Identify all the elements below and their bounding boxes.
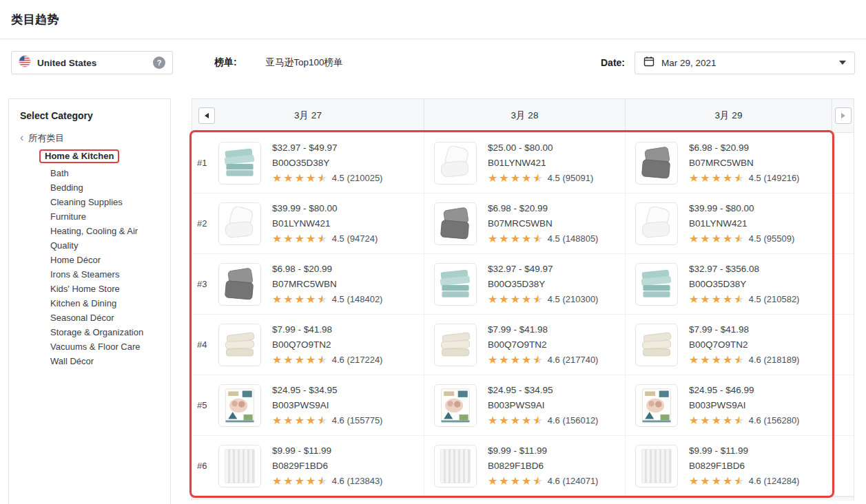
star-half-icon: ★★ <box>533 355 542 366</box>
sidebar-item[interactable]: Furniture <box>50 209 159 224</box>
right-arrow-icon <box>841 113 845 118</box>
star-half-icon: ★★ <box>533 294 542 305</box>
rating-text: 4.6 (156012) <box>548 415 599 426</box>
product-asin: B00O35D38Y <box>488 279 598 289</box>
product-image[interactable] <box>218 263 261 306</box>
star-full-icon: ★ <box>723 294 732 305</box>
star-full-icon: ★ <box>272 173 282 184</box>
sidebar-item[interactable]: Storage & Organization <box>50 325 159 339</box>
product-image[interactable] <box>434 445 477 487</box>
product-asin: B07MRC5WBN <box>488 218 598 229</box>
product-cell: $7.99 - $41.98 B00Q7O9TN2 ★★★★★★ 4.6 (21… <box>626 315 832 375</box>
rating-text: 4.5 (95091) <box>548 173 594 183</box>
star-half-icon: ★★ <box>533 415 542 426</box>
list-value: 亚马逊Top100榜单 <box>266 56 343 69</box>
star-full-icon: ★ <box>522 476 531 487</box>
table-row: #6 $9.99 - $11.99 B0829F1BD6 ★★★★★★ 4.6 … <box>192 436 854 496</box>
product-asin: B00Q7O9TN2 <box>689 339 799 350</box>
star-full-icon: ★ <box>306 294 316 305</box>
product-image[interactable] <box>635 384 678 427</box>
star-full-icon: ★ <box>522 173 531 184</box>
star-full-icon: ★ <box>499 355 508 366</box>
product-info: $6.98 - $20.99 B07MRC5WBN ★★★★★★ 4.5 (14… <box>272 264 382 305</box>
sidebar-item[interactable]: Bath <box>50 166 159 180</box>
sidebar-item[interactable]: Kids' Home Store <box>50 282 159 296</box>
sidebar-item[interactable]: Home Décor <box>50 253 159 267</box>
product-image[interactable] <box>635 142 678 185</box>
product-price: $25.00 - $80.00 <box>488 143 593 153</box>
product-asin: B003PWS9AI <box>689 400 799 410</box>
product-info: $25.00 - $80.00 B01LYNW421 ★★★★★★ 4.5 (9… <box>488 143 593 184</box>
product-cell: $25.00 - $80.00 B01LYNW421 ★★★★★★ 4.5 (9… <box>424 133 626 193</box>
star-full-icon: ★ <box>522 294 531 305</box>
country-label: United States <box>37 58 96 68</box>
star-full-icon: ★ <box>283 294 293 305</box>
rating-text: 4.5 (148402) <box>332 294 383 304</box>
sidebar-item[interactable]: Kitchen & Dining <box>50 296 159 311</box>
sidebar-item[interactable]: Cleaning Supplies <box>50 195 159 209</box>
product-image[interactable] <box>218 384 261 427</box>
product-info: $39.99 - $80.00 B01LYNW421 ★★★★★★ 4.5 (9… <box>689 203 794 244</box>
product-image[interactable] <box>434 142 477 185</box>
date-group: Date: Mar 29, 2021 <box>601 52 855 74</box>
star-half-icon: ★★ <box>317 355 327 366</box>
product-asin: B00O35D38Y <box>689 279 799 289</box>
product-info: $9.99 - $11.99 B0829F1BD6 ★★★★★★ 4.6 (12… <box>488 445 598 487</box>
question-icon[interactable]: ? <box>153 56 165 69</box>
title-bar: 类目趋势 <box>0 0 866 39</box>
sidebar-item[interactable]: Bedding <box>50 180 159 195</box>
product-price: $9.99 - $11.99 <box>488 445 598 456</box>
spacer-cell <box>832 193 854 253</box>
star-full-icon: ★ <box>283 355 293 366</box>
product-cell: $6.98 - $20.99 B07MRC5WBN ★★★★★★ 4.5 (14… <box>626 133 832 193</box>
product-image[interactable] <box>434 384 477 427</box>
product-image[interactable] <box>434 202 477 245</box>
product-image[interactable] <box>635 324 678 366</box>
product-image[interactable] <box>218 445 261 487</box>
product-image[interactable] <box>434 324 477 366</box>
product-price: $9.99 - $11.99 <box>689 445 799 456</box>
product-image[interactable] <box>218 202 261 245</box>
all-categories-back[interactable]: ‹ 所有类目 <box>20 132 159 145</box>
ranking-table-body: #1 $32.97 - $49.97 B00O35D38Y ★★★★★★ 4.5… <box>192 133 854 496</box>
next-day-button[interactable] <box>835 107 852 124</box>
star-half-icon: ★★ <box>734 476 743 487</box>
selected-category[interactable]: Home & Kitchen <box>39 149 119 163</box>
product-image[interactable] <box>218 142 261 185</box>
sidebar-item[interactable]: Seasonal Décor <box>50 311 159 325</box>
product-cell: $32.97 - $49.97 B00O35D38Y ★★★★★★ 4.5 (2… <box>424 254 626 314</box>
star-full-icon: ★ <box>283 173 293 184</box>
prev-day-button[interactable] <box>198 107 215 124</box>
product-image[interactable] <box>635 202 678 245</box>
back-label: 所有类目 <box>28 132 64 145</box>
product-info: $6.98 - $20.99 B07MRC5WBN ★★★★★★ 4.5 (14… <box>488 203 598 244</box>
date-picker[interactable]: Mar 29, 2021 <box>635 52 855 74</box>
star-full-icon: ★ <box>499 173 508 184</box>
sidebar-item[interactable]: Vacuums & Floor Care <box>50 339 159 354</box>
star-full-icon: ★ <box>306 355 316 366</box>
product-cell: $24.95 - $34.95 B003PWS9AI ★★★★★★ 4.6 (1… <box>424 375 626 435</box>
star-full-icon: ★ <box>511 476 520 487</box>
rank-label: #6 <box>197 461 218 471</box>
table-row: #1 $32.97 - $49.97 B00O35D38Y ★★★★★★ 4.5… <box>192 133 854 193</box>
star-full-icon: ★ <box>689 415 699 426</box>
date-header-row: 3月 27 3月 28 3月 29 <box>192 98 854 133</box>
star-full-icon: ★ <box>488 476 497 487</box>
star-full-icon: ★ <box>499 476 508 487</box>
product-rating: ★★★★★★ 4.5 (149216) <box>689 173 799 184</box>
product-asin: B0829F1BD6 <box>689 461 799 471</box>
star-full-icon: ★ <box>306 415 316 426</box>
product-info: $6.98 - $20.99 B07MRC5WBN ★★★★★★ 4.5 (14… <box>689 143 799 184</box>
product-image[interactable] <box>635 263 678 306</box>
sidebar-item[interactable]: Irons & Steamers <box>50 267 159 282</box>
product-info: $7.99 - $41.98 B00Q7O9TN2 ★★★★★★ 4.6 (21… <box>689 324 799 366</box>
rating-text: 4.6 (123843) <box>332 476 383 486</box>
product-image[interactable] <box>635 445 678 487</box>
sidebar-item[interactable]: Wall Décor <box>50 354 159 368</box>
product-image[interactable] <box>218 324 261 366</box>
date-value: Mar 29, 2021 <box>661 58 716 68</box>
product-image[interactable] <box>434 263 477 306</box>
country-select[interactable]: United States ? <box>11 51 173 74</box>
star-full-icon: ★ <box>712 173 721 184</box>
sidebar-item[interactable]: Heating, Cooling & Air Quality <box>50 224 159 253</box>
